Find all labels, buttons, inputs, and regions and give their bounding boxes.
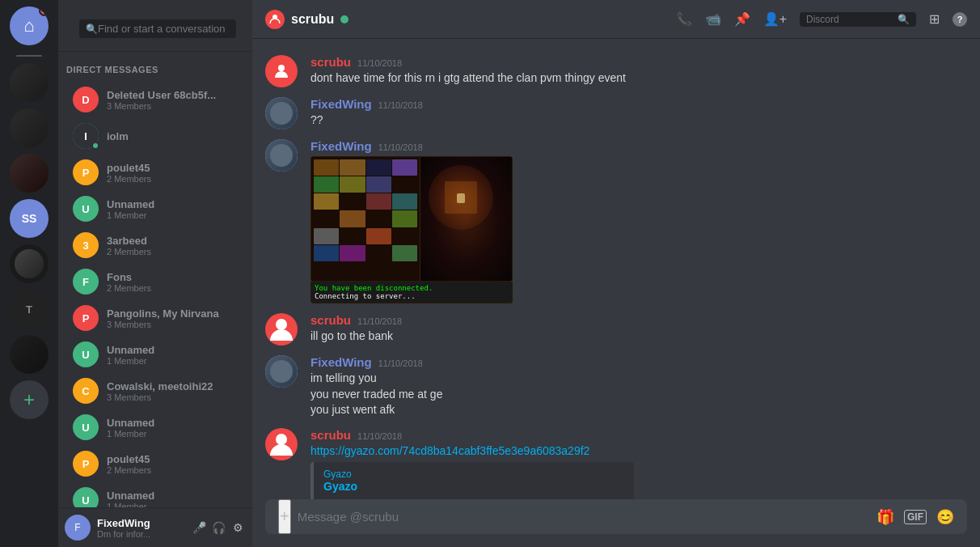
msg-timestamp-5: 11/10/2018 bbox=[378, 358, 423, 368]
status-online-iolm bbox=[91, 142, 99, 150]
dm-item-cowalski[interactable]: C Cowalski, meetoihi22 3 Members bbox=[65, 373, 246, 409]
dm-avatar-iolm: I bbox=[73, 123, 99, 149]
emoji-button[interactable]: 😊 bbox=[936, 508, 954, 526]
msg-timestamp-2: 11/10/2018 bbox=[378, 100, 423, 110]
phone-icon[interactable]: 📞 bbox=[676, 11, 692, 27]
chat-messages: scrubu 11/10/2018 dont have time for thi… bbox=[252, 39, 980, 499]
chat-header-user: scrubu bbox=[265, 10, 348, 29]
video-icon[interactable]: 📹 bbox=[705, 11, 721, 27]
msg-content-1: scrubu 11/10/2018 dont have time for thi… bbox=[310, 55, 967, 87]
dm-item-pangolins[interactable]: P Pangolins, My Nirvana 3 Members bbox=[65, 300, 246, 336]
dm-search-placeholder: Find or start a conversation bbox=[98, 23, 226, 35]
add-file-button[interactable]: + bbox=[278, 499, 291, 534]
server-icon-4[interactable]: SS bbox=[10, 199, 49, 238]
add-server-button[interactable]: + bbox=[10, 380, 49, 419]
gyazo-link[interactable]: https://gyazo.com/74cd8ba14cabf3ffe5e3e9… bbox=[310, 444, 589, 457]
msg-text-5c: you just went afk bbox=[310, 402, 967, 418]
dm-list: D Deleted User 68cb5f... 3 Members I iol… bbox=[58, 78, 252, 507]
msg-timestamp-1: 11/10/2018 bbox=[357, 58, 402, 68]
embed-site-name: Gyazo bbox=[323, 469, 624, 480]
dm-item-3arbeed[interactable]: 3 3arbeed 2 Members bbox=[65, 227, 246, 263]
dm-item-poulet45-1[interactable]: P poulet45 2 Members bbox=[65, 155, 246, 190]
server-icon-1[interactable] bbox=[10, 63, 49, 102]
dm-item-unnamed-4[interactable]: U Unnamed 1 Member bbox=[65, 482, 246, 507]
notification-badge: 1 bbox=[39, 6, 49, 16]
layout-icon[interactable]: ⊞ bbox=[929, 11, 940, 27]
server-icon-6[interactable]: T bbox=[10, 290, 49, 329]
msg-author-fixedwing-3: FixedWing bbox=[310, 355, 372, 369]
dm-item-iolm[interactable]: I iolm bbox=[65, 118, 246, 154]
link-embed-gyazo: Gyazo Gyazo bbox=[310, 462, 634, 499]
message-group-5: FixedWing 11/10/2018 im telling you you … bbox=[252, 352, 980, 422]
search-icon: 🔍 bbox=[898, 14, 910, 25]
msg-author-scrubu-2: scrubu bbox=[310, 313, 351, 327]
msg-avatar-scrubu-2 bbox=[265, 313, 298, 346]
msg-header-5: FixedWing 11/10/2018 bbox=[310, 355, 967, 369]
dm-avatar-unnamed-3: U bbox=[73, 414, 99, 440]
msg-author-fixedwing-1: FixedWing bbox=[310, 97, 372, 111]
chat-search-box[interactable]: 🔍 bbox=[800, 12, 916, 27]
msg-text-5b: you never traded me at ge bbox=[310, 387, 967, 403]
msg-text-6: https://gyazo.com/74cd8ba14cabf3ffe5e3e9… bbox=[310, 443, 967, 460]
msg-text-1: dont have time for this rn i gtg attend … bbox=[310, 70, 967, 87]
server-icon-7[interactable] bbox=[10, 335, 49, 374]
settings-button[interactable]: ⚙ bbox=[230, 519, 246, 536]
user-avatar: F bbox=[65, 515, 91, 541]
user-discriminator: Dm for infor... bbox=[97, 529, 191, 539]
msg-author-fixedwing-2: FixedWing bbox=[310, 139, 372, 153]
msg-header-1: scrubu 11/10/2018 bbox=[310, 55, 967, 69]
chat-main: scrubu 📞 📹 📌 👤+ 🔍 ⊞ ? scrubu bbox=[252, 0, 980, 547]
dm-item-deleted-user[interactable]: D Deleted User 68cb5f... 3 Members bbox=[65, 82, 246, 117]
chat-recipient-name: scrubu bbox=[291, 12, 334, 27]
dm-item-unnamed-2[interactable]: U Unnamed 1 Member bbox=[65, 337, 246, 372]
msg-header-2: FixedWing 11/10/2018 bbox=[310, 97, 967, 111]
msg-content-2: FixedWing 11/10/2018 ?? bbox=[310, 97, 967, 129]
help-icon[interactable]: ? bbox=[953, 12, 967, 27]
embed-title: Gyazo bbox=[323, 480, 624, 493]
home-button[interactable]: ⌂ 1 bbox=[10, 6, 49, 45]
server-icon-5[interactable] bbox=[10, 244, 49, 283]
dm-search-bar[interactable]: 🔍 Find or start a conversation bbox=[58, 0, 252, 52]
msg-avatar-fixedwing-1 bbox=[265, 97, 298, 129]
chat-header-actions: 📞 📹 📌 👤+ 🔍 ⊞ ? bbox=[676, 11, 967, 27]
message-input[interactable] bbox=[298, 501, 870, 532]
msg-timestamp-6: 11/10/2018 bbox=[357, 431, 402, 441]
gif-button[interactable]: GIF bbox=[904, 510, 927, 524]
dm-avatar-unnamed-4: U bbox=[73, 487, 99, 507]
message-group-6: scrubu 11/10/2018 https://gyazo.com/74cd… bbox=[252, 425, 980, 499]
add-friend-icon[interactable]: 👤+ bbox=[763, 11, 787, 27]
msg-text-2: ?? bbox=[310, 112, 967, 129]
msg-content-6: scrubu 11/10/2018 https://gyazo.com/74cd… bbox=[310, 428, 967, 499]
dm-item-unnamed-1[interactable]: U Unnamed 1 Member bbox=[65, 191, 246, 227]
dm-avatar-unnamed-1: U bbox=[73, 196, 99, 222]
dm-item-poulet45-2[interactable]: P poulet45 2 Members bbox=[65, 446, 246, 481]
dm-avatar-pangolins: P bbox=[73, 305, 99, 331]
dm-avatar-poulet45-1: P bbox=[73, 159, 99, 185]
server-icon-3[interactable] bbox=[10, 154, 49, 193]
message-group-1: scrubu 11/10/2018 dont have time for thi… bbox=[252, 52, 980, 91]
pin-icon[interactable]: 📌 bbox=[734, 11, 750, 27]
search-icon: 🔍 bbox=[86, 23, 98, 35]
dm-avatar-cowalski: C bbox=[73, 378, 99, 404]
chat-header-avatar bbox=[265, 10, 285, 29]
input-actions: 🎁 GIF 😊 bbox=[877, 508, 954, 526]
chat-search-input[interactable] bbox=[806, 14, 894, 25]
user-actions: 🎤 🎧 ⚙ bbox=[191, 519, 246, 536]
dm-search-input[interactable]: 🔍 Find or start a conversation bbox=[79, 19, 236, 38]
msg-avatar-scrubu-1 bbox=[265, 55, 298, 87]
dm-item-fons[interactable]: F Fons 2 Members bbox=[65, 264, 246, 299]
msg-content-4: scrubu 11/10/2018 ill go to the bank bbox=[310, 313, 967, 346]
gift-icon[interactable]: 🎁 bbox=[877, 508, 894, 526]
msg-timestamp-3: 11/10/2018 bbox=[378, 142, 423, 152]
msg-text-4: ill go to the bank bbox=[310, 329, 967, 345]
deafen-button[interactable]: 🎧 bbox=[210, 519, 226, 536]
msg-text-5a: im telling you bbox=[310, 371, 967, 387]
mute-button[interactable]: 🎤 bbox=[191, 519, 207, 536]
dm-section-header: DIRECT MESSAGES bbox=[58, 52, 252, 78]
online-status-dot bbox=[340, 15, 348, 23]
dm-item-unnamed-3[interactable]: U Unnamed 1 Member bbox=[65, 409, 246, 445]
dm-avatar-poulet45-2: P bbox=[73, 451, 99, 477]
msg-header-4: scrubu 11/10/2018 bbox=[310, 313, 967, 327]
server-icon-2[interactable] bbox=[10, 108, 49, 147]
msg-image-3: You have been disconnected. Connecting t… bbox=[310, 156, 634, 303]
